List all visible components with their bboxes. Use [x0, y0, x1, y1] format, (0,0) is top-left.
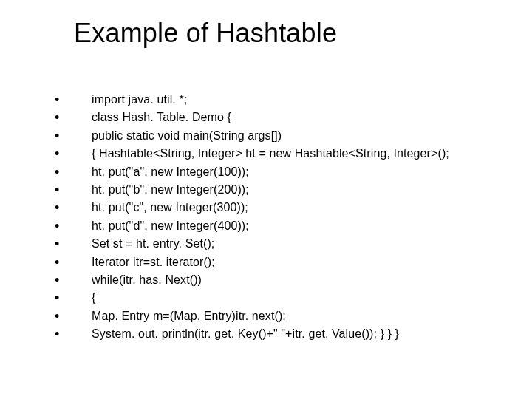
slide-title: Example of Hashtable [74, 18, 488, 49]
code-line: while(itr. has. Next()) [74, 272, 488, 288]
code-line: Set st = ht. entry. Set(); [74, 236, 488, 252]
code-line: ht. put("b", new Integer(200)); [74, 182, 488, 198]
code-line: { Hashtable<String, Integer> ht = new Ha… [74, 146, 488, 162]
code-bullet-list: import java. util. *; class Hash. Table.… [74, 92, 488, 342]
code-line: ht. put("c", new Integer(300)); [74, 200, 488, 216]
code-line: ht. put("d", new Integer(400)); [74, 218, 488, 234]
code-line: Map. Entry m=(Map. Entry)itr. next(); [74, 308, 488, 324]
code-line: class Hash. Table. Demo { [74, 109, 488, 126]
code-line: Iterator itr=st. iterator(); [74, 254, 488, 270]
code-line: import java. util. *; [74, 92, 488, 108]
code-line: public static void main(String args[]) [74, 128, 488, 144]
code-line: { [74, 290, 488, 306]
code-line: System. out. println(itr. get. Key()+" "… [74, 326, 488, 342]
code-line: ht. put("a", new Integer(100)); [74, 164, 488, 180]
